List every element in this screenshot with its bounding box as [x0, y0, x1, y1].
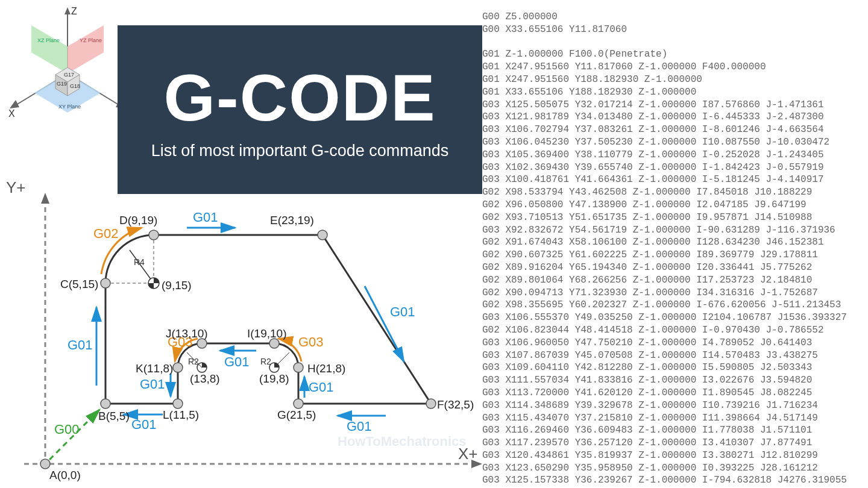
svg-point-66: [294, 363, 303, 372]
svg-line-37: [365, 286, 404, 361]
svg-text:G01: G01: [140, 377, 165, 392]
svg-point-67: [269, 339, 279, 348]
svg-point-63: [318, 230, 327, 240]
svg-text:R2: R2: [260, 357, 271, 366]
title-banner: G-CODE List of most important G-code com…: [118, 25, 482, 194]
svg-text:J(13,10): J(13,10): [166, 327, 208, 340]
svg-point-70: [173, 399, 183, 408]
svg-text:G01: G01: [68, 337, 93, 352]
svg-point-60: [101, 399, 110, 408]
svg-text:(19,8): (19,8): [259, 372, 289, 385]
svg-text:X+: X+: [458, 445, 478, 463]
svg-text:(9,15): (9,15): [162, 279, 192, 292]
svg-text:XY Plane: XY Plane: [58, 104, 81, 110]
gcode-path-diagram: Y+ X+ R4 G00 G01 G01 G01 G01 G01 G01 G01…: [0, 181, 482, 488]
svg-text:I(19,10): I(19,10): [247, 327, 286, 340]
svg-text:YZ Plane: YZ Plane: [80, 37, 102, 43]
svg-text:C(5,15): C(5,15): [60, 278, 98, 290]
svg-marker-9: [31, 25, 68, 74]
svg-marker-23: [41, 193, 49, 204]
svg-point-65: [294, 399, 303, 408]
svg-text:G01: G01: [390, 304, 415, 319]
svg-text:F(32,5): F(32,5): [437, 398, 474, 411]
svg-text:G19: G19: [57, 81, 67, 87]
svg-text:G17: G17: [64, 72, 74, 78]
svg-text:A(0,0): A(0,0): [49, 469, 81, 481]
svg-text:D(9,19): D(9,19): [119, 214, 157, 227]
svg-text:G01: G01: [224, 354, 250, 369]
svg-text:K(11,8): K(11,8): [136, 362, 173, 375]
svg-text:G(21,5): G(21,5): [277, 408, 316, 421]
svg-text:G01: G01: [131, 417, 157, 432]
svg-text:Y+: Y+: [6, 181, 26, 196]
svg-text:R2: R2: [188, 357, 199, 366]
svg-point-59: [40, 459, 50, 469]
svg-text:X: X: [8, 108, 15, 119]
svg-text:G00: G00: [54, 422, 80, 437]
svg-text:H(21,8): H(21,8): [307, 362, 345, 375]
banner-subtitle: List of most important G-code commands: [151, 142, 449, 160]
svg-text:B(5,5): B(5,5): [98, 410, 130, 422]
svg-point-64: [426, 399, 436, 408]
banner-title: G-CODE: [164, 59, 436, 136]
svg-text:G02: G02: [93, 226, 119, 241]
svg-text:L(11,5): L(11,5): [163, 408, 199, 421]
svg-text:G01: G01: [347, 419, 372, 434]
svg-text:E(23,19): E(23,19): [270, 214, 314, 227]
svg-text:G03: G03: [298, 334, 324, 349]
svg-marker-1: [64, 7, 71, 14]
isometric-axes-icon: Z X Y XZ Plane YZ Plane XY Plane G17 G18…: [7, 7, 128, 128]
svg-line-56: [274, 352, 289, 368]
svg-text:G01: G01: [193, 210, 218, 225]
svg-text:(13,8): (13,8): [190, 372, 220, 385]
gcode-listing: G00 Z5.000000 G00 X33.655106 Y11.817060 …: [482, 0, 868, 488]
svg-point-69: [173, 363, 183, 372]
svg-point-62: [149, 230, 159, 240]
svg-point-61: [101, 278, 110, 288]
svg-text:G18: G18: [70, 83, 80, 89]
svg-text:Z: Z: [71, 7, 77, 16]
svg-text:R4: R4: [134, 257, 145, 267]
svg-text:XZ Plane: XZ Plane: [37, 37, 60, 43]
svg-marker-10: [68, 25, 104, 74]
svg-text:G01: G01: [309, 380, 334, 395]
svg-point-68: [197, 339, 207, 348]
